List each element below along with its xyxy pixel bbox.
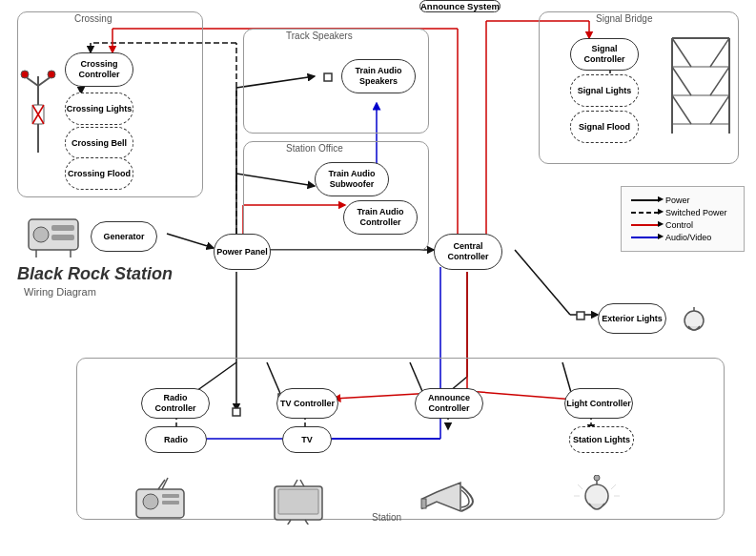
crossing-bell-node: Crossing Bell	[65, 127, 133, 159]
generator-icon	[27, 212, 84, 259]
legend-control: Control	[631, 220, 734, 230]
power-line-icon	[631, 199, 660, 201]
station-light-icon	[568, 475, 625, 523]
legend-power: Power	[631, 196, 734, 205]
announce-device-icon	[418, 475, 475, 523]
station-label: Station	[372, 512, 401, 523]
svg-line-85	[300, 480, 304, 486]
power-panel-node: Power Panel	[214, 234, 271, 270]
diagram-container: Crossing Signal Bridge Track Speakers St…	[0, 0, 756, 556]
tv-node: TV	[282, 426, 332, 453]
legend-audio: Audio/Video	[631, 233, 734, 242]
signal-lights-node: Signal Lights	[570, 74, 639, 107]
svg-line-0	[167, 234, 214, 248]
svg-rect-69	[51, 225, 74, 231]
svg-rect-70	[51, 235, 74, 240]
svg-line-62	[672, 95, 691, 124]
control-line-icon	[631, 224, 660, 226]
svg-line-84	[294, 480, 297, 486]
radio-node: Radio	[145, 426, 207, 453]
train-audio-controller-node: Train Audio Controller	[343, 200, 418, 235]
radio-device-icon	[132, 475, 189, 523]
svg-line-61	[710, 67, 729, 95]
tv-controller-node: TV Controller	[276, 388, 338, 419]
crossing-controller-node: Crossing Controller	[65, 52, 133, 87]
svg-rect-76	[162, 501, 179, 505]
station-lights-node: Station Lights	[569, 426, 634, 453]
exterior-lights-node: Exterior Lights	[598, 303, 666, 334]
crossing-flood-node: Crossing Flood	[65, 157, 133, 190]
signal-bridge-icon	[663, 29, 739, 143]
svg-marker-86	[422, 483, 460, 511]
svg-line-60	[672, 67, 691, 95]
crossing-lights-node: Crossing Lights	[65, 93, 133, 125]
svg-point-100	[21, 71, 29, 78]
svg-point-90	[594, 475, 600, 481]
svg-line-8	[515, 250, 570, 315]
track-speakers-label: Track Speakers	[286, 31, 353, 41]
exterior-light-icon	[677, 303, 710, 337]
signal-controller-node: Signal Controller	[570, 38, 639, 71]
svg-line-92	[611, 484, 616, 489]
switched-power-line-icon	[631, 212, 660, 214]
svg-point-68	[33, 227, 49, 242]
svg-line-91	[578, 484, 582, 489]
train-audio-subwoofer-node: Train Audio Subwoofer	[315, 162, 389, 196]
signal-bridge-label: Signal Bridge	[596, 13, 652, 24]
legend-box: Power Switched Power Control Audio/Video	[621, 186, 745, 252]
svg-point-101	[48, 71, 55, 78]
legend-switched: Switched Power	[631, 208, 734, 217]
announce-controller-node: Announce Controller	[415, 388, 483, 419]
signal-flood-node: Signal Flood	[570, 111, 639, 143]
svg-line-63	[710, 95, 729, 124]
audio-line-icon	[631, 237, 660, 238]
generator-node: Generator	[91, 221, 157, 252]
svg-rect-80	[278, 489, 318, 514]
radio-controller-node: Radio Controller	[141, 388, 210, 419]
station-office-label: Station Office	[286, 143, 343, 154]
crossing-signal-icon	[17, 57, 60, 153]
svg-line-58	[672, 38, 691, 67]
svg-rect-54	[577, 312, 584, 319]
announce-system-node: Announce System	[419, 0, 501, 12]
svg-rect-87	[421, 499, 426, 508]
svg-point-74	[143, 494, 158, 509]
light-controller-node: Light Controller	[564, 388, 633, 419]
tv-device-icon	[267, 472, 329, 525]
page-subtitle: Wiring Diagram	[24, 286, 96, 298]
page-title: Black Rock Station	[17, 264, 173, 284]
central-controller-node: Central Controller	[434, 234, 502, 270]
svg-line-59	[710, 38, 729, 67]
svg-rect-75	[162, 494, 179, 498]
train-audio-speakers-node: Train Audio Speakers	[341, 59, 416, 93]
crossing-label: Crossing	[74, 13, 112, 24]
